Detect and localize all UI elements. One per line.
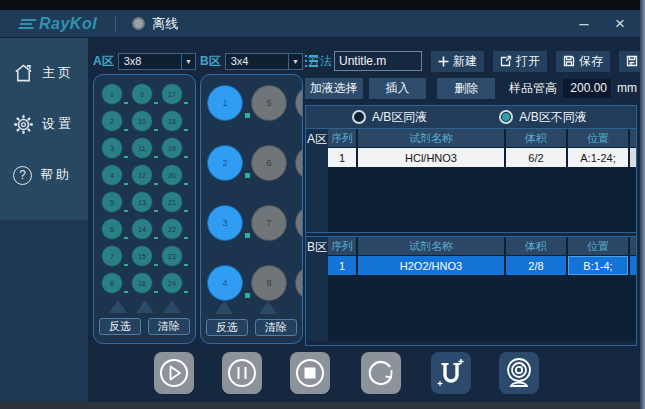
column-header: 序列 xyxy=(328,129,356,147)
well-number: 24 xyxy=(168,280,176,287)
well-A区-6[interactable]: 6 xyxy=(101,218,123,240)
well-B区-8[interactable]: 8 xyxy=(251,265,287,301)
well-A区-5[interactable]: 5 xyxy=(101,191,123,213)
new-method-button[interactable]: 新建 xyxy=(431,51,484,72)
well-A区-3[interactable]: 3 xyxy=(101,137,123,159)
zone-a-clear-button[interactable]: 清除 xyxy=(148,318,190,335)
zone-a-wells: 123456789101112131415161718192021222324 xyxy=(94,75,195,294)
well-B区-5[interactable]: 5 xyxy=(251,85,287,121)
zone-b-clear-button[interactable]: 清除 xyxy=(255,319,297,336)
app-logo: RayKol xyxy=(20,15,97,33)
table-zone-label: A区 xyxy=(306,129,328,232)
sidebar-item-home[interactable]: 主页 xyxy=(0,58,88,88)
well-B区-1[interactable]: 1 xyxy=(207,85,243,121)
well-B区-3[interactable]: 3 xyxy=(207,205,243,241)
well-A区-17[interactable]: 17 xyxy=(161,83,183,105)
zone-b-size-select[interactable]: 3x4 ▼ xyxy=(225,53,303,70)
sidebar-item-settings[interactable]: 设置 xyxy=(0,109,88,139)
camera-button[interactable] xyxy=(499,352,539,394)
well-number: 3 xyxy=(110,145,114,152)
add-liquid-select-button[interactable]: 加液选择 xyxy=(305,78,363,99)
well-B区-11[interactable]: 11 xyxy=(295,205,303,241)
probe-wash-icon xyxy=(434,356,468,390)
table-row[interactable]: 1H2O2/HNO32/8B:1-4; xyxy=(328,256,636,275)
well-A区-1[interactable]: 1 xyxy=(101,83,123,105)
triangle-up-icon[interactable] xyxy=(259,301,277,314)
well-B区-2[interactable]: 2 xyxy=(207,145,243,181)
minimize-button[interactable]: – xyxy=(573,15,595,33)
well-number: 20 xyxy=(168,172,176,179)
delete-row-button[interactable]: 删除 xyxy=(437,78,495,99)
zone-b-invert-button[interactable]: 反选 xyxy=(206,319,248,336)
zone-a-size-value: 3x8 xyxy=(124,55,142,67)
table-row[interactable]: 1HCl/HNO36/2A:1-24; xyxy=(328,148,636,167)
triangle-up-icon[interactable] xyxy=(136,300,154,313)
close-button[interactable]: × xyxy=(609,14,631,34)
table-cell[interactable]: 6/2 xyxy=(506,148,566,167)
well-B区-9[interactable]: 9 xyxy=(295,85,303,121)
sidebar-item-help[interactable]: ? 帮助 xyxy=(0,160,88,190)
well-A区-15[interactable]: 15 xyxy=(131,245,153,267)
well-A区-7[interactable]: 7 xyxy=(101,245,123,267)
table-cell[interactable] xyxy=(630,256,636,275)
table-header-row: 序列试剂名称体积位置 xyxy=(328,237,636,255)
well-number: 16 xyxy=(138,280,146,287)
well-A区-14[interactable]: 14 xyxy=(131,218,153,240)
button-label: 打开 xyxy=(516,53,540,70)
well-A区-9[interactable]: 9 xyxy=(131,83,153,105)
table-cell[interactable]: 1 xyxy=(328,148,356,167)
radio-different-liquid[interactable]: A/B区不同液 xyxy=(499,109,586,126)
table-cell[interactable]: B:1-4; xyxy=(568,256,628,275)
well-A区-4[interactable]: 4 xyxy=(101,164,123,186)
table-cell[interactable]: 2/8 xyxy=(506,256,566,275)
well-A区-20[interactable]: 20 xyxy=(161,164,183,186)
triangle-up-icon[interactable] xyxy=(109,300,127,313)
triangle-up-icon[interactable] xyxy=(163,300,181,313)
tube-height-label: 样品管高 xyxy=(509,80,557,97)
table-cell[interactable] xyxy=(630,148,636,167)
table-cell[interactable]: A:1-24; xyxy=(568,148,628,167)
well-A区-23[interactable]: 23 xyxy=(161,245,183,267)
reset-button[interactable] xyxy=(361,352,401,394)
well-B区-7[interactable]: 7 xyxy=(251,205,287,241)
well-A区-2[interactable]: 2 xyxy=(101,110,123,132)
well-B区-4[interactable]: 4 xyxy=(207,265,243,301)
well-number: 4 xyxy=(222,278,227,288)
stop-button[interactable] xyxy=(290,352,330,394)
pause-button[interactable] xyxy=(222,352,262,394)
table-cell[interactable]: H2O2/HNO3 xyxy=(358,256,504,275)
well-A区-11[interactable]: 11 xyxy=(131,137,153,159)
well-B区-10[interactable]: 10 xyxy=(295,145,303,181)
well-B区-6[interactable]: 6 xyxy=(251,145,287,181)
table-cell[interactable]: 1 xyxy=(328,256,356,275)
insert-row-button[interactable]: 插入 xyxy=(369,78,427,99)
open-method-button[interactable]: 打开 xyxy=(493,51,547,72)
save-method-button[interactable]: 保存 xyxy=(556,51,610,72)
well-number: 22 xyxy=(168,226,176,233)
zone-a-invert-button[interactable]: 反选 xyxy=(99,318,141,335)
well-A区-12[interactable]: 12 xyxy=(131,164,153,186)
method-filename-input[interactable] xyxy=(334,51,422,71)
scroll-strip xyxy=(630,129,636,147)
stop-icon xyxy=(294,357,326,389)
triangle-up-icon[interactable] xyxy=(215,301,233,314)
well-A区-24[interactable]: 24 xyxy=(161,272,183,294)
well-A区-19[interactable]: 19 xyxy=(161,137,183,159)
tube-height-input[interactable] xyxy=(563,79,611,98)
probe-wash-button[interactable] xyxy=(431,352,471,394)
screen-edge-strip xyxy=(0,402,645,409)
well-number: 8 xyxy=(110,280,114,287)
well-A区-22[interactable]: 22 xyxy=(161,218,183,240)
radio-same-liquid[interactable]: A/B区同液 xyxy=(352,109,427,126)
well-A区-13[interactable]: 13 xyxy=(131,191,153,213)
well-A区-16[interactable]: 16 xyxy=(131,272,153,294)
well-A区-8[interactable]: 8 xyxy=(101,272,123,294)
well-A区-18[interactable]: 18 xyxy=(161,110,183,132)
well-A区-21[interactable]: 21 xyxy=(161,191,183,213)
well-A区-10[interactable]: 10 xyxy=(131,110,153,132)
tube-height-unit: mm xyxy=(617,81,637,95)
well-B区-12[interactable]: 12 xyxy=(295,265,303,301)
zone-a-size-select[interactable]: 3x8 ▼ xyxy=(118,53,196,70)
table-cell[interactable]: HCl/HNO3 xyxy=(358,148,504,167)
play-button[interactable] xyxy=(154,352,194,394)
